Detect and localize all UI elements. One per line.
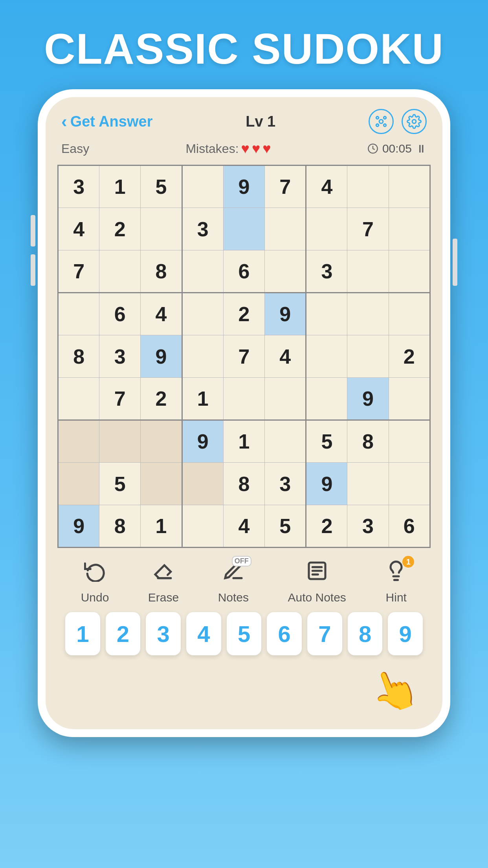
cell-2-1[interactable]	[99, 250, 141, 293]
cell-5-1[interactable]: 7	[99, 378, 141, 420]
cell-0-5[interactable]: 7	[265, 166, 306, 208]
cell-1-6[interactable]	[306, 208, 347, 250]
cell-5-5[interactable]	[265, 378, 306, 420]
num-btn-6[interactable]: 6	[267, 612, 302, 655]
cell-0-2[interactable]: 5	[141, 166, 182, 208]
cell-1-1[interactable]: 2	[99, 208, 141, 250]
cell-2-7[interactable]	[347, 250, 389, 293]
num-btn-2[interactable]: 2	[106, 612, 141, 655]
cell-6-0[interactable]	[58, 420, 99, 463]
cell-5-4[interactable]	[223, 378, 264, 420]
cell-8-0[interactable]: 9	[58, 505, 99, 548]
num-btn-3[interactable]: 3	[146, 612, 181, 655]
erase-button[interactable]: Erase	[148, 560, 179, 604]
cell-2-2[interactable]: 8	[141, 250, 182, 293]
notes-button[interactable]: OFF Notes	[218, 560, 249, 604]
cell-4-8[interactable]: 2	[389, 335, 430, 378]
cell-5-0[interactable]	[58, 378, 99, 420]
cell-6-4[interactable]: 1	[223, 420, 264, 463]
cell-0-1[interactable]: 1	[99, 166, 141, 208]
cell-3-8[interactable]	[389, 293, 430, 335]
num-btn-5[interactable]: 5	[227, 612, 262, 655]
num-btn-1[interactable]: 1	[65, 612, 100, 655]
cell-5-3[interactable]: 1	[182, 378, 223, 420]
undo-button[interactable]: Undo	[81, 560, 109, 604]
cell-8-2[interactable]: 1	[141, 505, 182, 548]
cell-1-3[interactable]: 3	[182, 208, 223, 250]
cell-1-0[interactable]: 4	[58, 208, 99, 250]
cell-5-7[interactable]: 9	[347, 378, 389, 420]
cell-8-1[interactable]: 8	[99, 505, 141, 548]
cell-7-6[interactable]: 9	[306, 463, 347, 505]
num-btn-9[interactable]: 9	[388, 612, 423, 655]
num-btn-4[interactable]: 4	[186, 612, 221, 655]
cell-4-2[interactable]: 9	[141, 335, 182, 378]
cell-5-2[interactable]: 2	[141, 378, 182, 420]
cell-0-6[interactable]: 4	[306, 166, 347, 208]
cell-0-3[interactable]	[182, 166, 223, 208]
cell-2-6[interactable]: 3	[306, 250, 347, 293]
cell-1-4[interactable]	[223, 208, 264, 250]
cell-8-6[interactable]: 2	[306, 505, 347, 548]
cell-4-4[interactable]: 7	[223, 335, 264, 378]
cell-4-5[interactable]: 4	[265, 335, 306, 378]
cell-2-3[interactable]	[182, 250, 223, 293]
cell-8-3[interactable]	[182, 505, 223, 548]
cell-7-8[interactable]	[389, 463, 430, 505]
cell-6-8[interactable]	[389, 420, 430, 463]
cell-0-7[interactable]	[347, 166, 389, 208]
settings-icon[interactable]	[402, 109, 427, 134]
cell-3-2[interactable]: 4	[141, 293, 182, 335]
cell-7-2[interactable]	[141, 463, 182, 505]
cell-4-7[interactable]	[347, 335, 389, 378]
cell-7-5[interactable]: 3	[265, 463, 306, 505]
cell-6-7[interactable]: 8	[347, 420, 389, 463]
cell-1-8[interactable]	[389, 208, 430, 250]
cell-3-4[interactable]: 2	[223, 293, 264, 335]
cell-0-8[interactable]	[389, 166, 430, 208]
num-btn-7[interactable]: 7	[307, 612, 342, 655]
back-button[interactable]: ‹ Get Answer	[61, 112, 152, 131]
hint-button[interactable]: 1 Hint	[385, 560, 407, 604]
cell-2-8[interactable]	[389, 250, 430, 293]
cell-1-7[interactable]: 7	[347, 208, 389, 250]
cell-7-4[interactable]: 8	[223, 463, 264, 505]
cell-4-3[interactable]	[182, 335, 223, 378]
cell-4-0[interactable]: 8	[58, 335, 99, 378]
cell-6-6[interactable]: 5	[306, 420, 347, 463]
cell-6-5[interactable]	[265, 420, 306, 463]
cell-3-6[interactable]	[306, 293, 347, 335]
pause-icon[interactable]: ⏸	[416, 142, 427, 155]
cell-7-1[interactable]: 5	[99, 463, 141, 505]
cell-2-5[interactable]	[265, 250, 306, 293]
num-btn-8[interactable]: 8	[348, 612, 383, 655]
cell-5-6[interactable]	[306, 378, 347, 420]
sudoku-grid[interactable]: 3159744237786364298397427219915858399814…	[57, 165, 431, 548]
cell-2-4[interactable]: 6	[223, 250, 264, 293]
cell-1-2[interactable]	[141, 208, 182, 250]
cell-2-0[interactable]: 7	[58, 250, 99, 293]
cell-0-0[interactable]: 3	[58, 166, 99, 208]
cell-6-3[interactable]: 9	[182, 420, 223, 463]
cell-8-4[interactable]: 4	[223, 505, 264, 548]
cell-3-1[interactable]: 6	[99, 293, 141, 335]
cell-6-2[interactable]	[141, 420, 182, 463]
auto-notes-button[interactable]: Auto Notes	[288, 560, 346, 604]
cell-7-0[interactable]	[58, 463, 99, 505]
cell-4-1[interactable]: 3	[99, 335, 141, 378]
theme-icon[interactable]	[369, 109, 394, 134]
cell-4-6[interactable]	[306, 335, 347, 378]
cell-8-5[interactable]: 5	[265, 505, 306, 548]
cell-3-5[interactable]: 9	[265, 293, 306, 335]
cell-3-3[interactable]	[182, 293, 223, 335]
cell-0-4[interactable]: 9	[223, 166, 264, 208]
cell-3-0[interactable]	[58, 293, 99, 335]
cell-7-7[interactable]	[347, 463, 389, 505]
cell-8-7[interactable]: 3	[347, 505, 389, 548]
cell-8-8[interactable]: 6	[389, 505, 430, 548]
cell-3-7[interactable]	[347, 293, 389, 335]
cell-6-1[interactable]	[99, 420, 141, 463]
cell-1-5[interactable]	[265, 208, 306, 250]
cell-7-3[interactable]	[182, 463, 223, 505]
cell-5-8[interactable]	[389, 378, 430, 420]
